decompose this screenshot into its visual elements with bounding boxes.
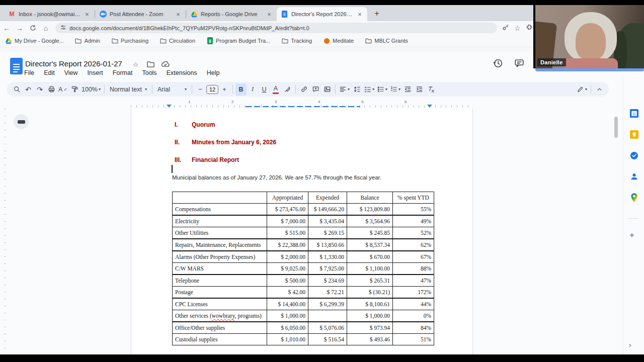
balance-cell[interactable]: $ (30.21) xyxy=(347,287,393,299)
new-tab-button[interactable]: + xyxy=(370,7,383,20)
expended-cell[interactable]: $ 7,925.00 xyxy=(308,263,347,275)
appropriated-cell[interactable]: $ 1,000.00 xyxy=(267,310,308,322)
expended-cell[interactable]: $ 3,435.04 xyxy=(308,215,347,227)
misspelled-word[interactable]: wowbrary xyxy=(212,313,235,319)
tab-close-icon[interactable]: × xyxy=(84,11,91,18)
balance-cell[interactable]: $ 3,564.96 xyxy=(347,215,393,227)
redo-button[interactable]: ↷ xyxy=(34,83,45,96)
bookmark-item[interactable]: Meditate xyxy=(323,37,354,44)
maps-icon[interactable] xyxy=(629,193,638,202)
add-comment-button[interactable] xyxy=(310,83,321,96)
document-page[interactable]: I. Quorum II. Minutes from January 6, 20… xyxy=(131,109,473,362)
balance-cell[interactable]: $ 1,100.00 xyxy=(347,263,393,275)
appropriated-cell[interactable]: $ 2,000.00 xyxy=(267,251,308,263)
expended-cell[interactable]: $ 269.15 xyxy=(308,227,347,239)
tasks-icon[interactable] xyxy=(629,151,638,160)
webcam-overlay[interactable]: Danielle xyxy=(533,5,644,68)
move-folder-icon[interactable] xyxy=(147,61,154,69)
document-title[interactable]: Director's Report 2026-01-27 xyxy=(25,59,122,68)
collapse-toolbar-button[interactable] xyxy=(594,83,605,96)
appropriated-cell[interactable]: $ 7,000.00 xyxy=(267,215,308,227)
table-row[interactable]: Telephone$ 500.00$ 234.69$ 265.3147% xyxy=(173,275,434,287)
checklist-button[interactable]: ▾ xyxy=(363,83,375,96)
line-spacing-button[interactable] xyxy=(351,83,362,96)
expended-cell[interactable]: $ 516.54 xyxy=(308,334,347,345)
line-item-label[interactable]: Compensations xyxy=(173,204,267,216)
bookmark-item[interactable]: Circulation xyxy=(159,37,195,44)
google-docs-logo[interactable] xyxy=(10,58,23,76)
increase-indent-button[interactable] xyxy=(414,83,425,96)
bullet-list-button[interactable]: ▾ xyxy=(376,83,388,96)
balance-cell[interactable]: $ 973.94 xyxy=(347,322,393,334)
line-item-label[interactable]: Repairs, Maintenance, Replacements xyxy=(173,239,267,251)
menu-insert[interactable]: Insert xyxy=(88,69,103,76)
table-row[interactable]: Other services (wowbrary, programs)$ 1,0… xyxy=(173,310,434,322)
table-row[interactable]: Postage$ 42.00$ 72.21$ (30.21)172% xyxy=(173,287,434,299)
menu-tools[interactable]: Tools xyxy=(142,69,156,76)
align-button[interactable]: ▾ xyxy=(338,83,351,96)
expended-cell[interactable]: $ 234.69 xyxy=(308,275,347,287)
expended-cell[interactable]: $ 5,076.06 xyxy=(308,322,347,334)
browser-tab[interactable]: Post Attendee - Zoom× xyxy=(95,7,186,21)
insert-link-button[interactable] xyxy=(298,83,309,96)
comments-icon[interactable] xyxy=(514,58,524,70)
url-text[interactable]: docs.google.com/document/d/1BGhekEIhPtc_… xyxy=(69,25,309,31)
keep-icon[interactable] xyxy=(629,130,638,139)
appropriated-cell[interactable]: $ 273,476.00 xyxy=(267,204,308,216)
appropriated-cell[interactable]: $ 515.00 xyxy=(267,227,308,239)
contacts-icon[interactable] xyxy=(629,172,638,181)
balance-cell[interactable]: $ 8,537.34 xyxy=(347,239,393,251)
line-item-label[interactable]: Other services (wowbrary, programs) xyxy=(173,310,267,322)
table-header-cell[interactable]: Balance xyxy=(347,192,393,204)
balance-cell[interactable]: $ 265.31 xyxy=(347,275,393,287)
menu-help[interactable]: Help xyxy=(207,69,220,76)
horizontal-ruler[interactable]: 123456 xyxy=(131,101,473,108)
back-icon[interactable]: ← xyxy=(0,23,13,34)
expended-cell[interactable]: $ 1,330.00 xyxy=(308,251,347,263)
underline-button[interactable]: U xyxy=(259,83,270,96)
tab-close-icon[interactable]: × xyxy=(266,11,273,18)
bookmark-item[interactable]: Purchasing xyxy=(111,37,148,44)
search-menus-icon[interactable] xyxy=(11,83,22,96)
hide-side-panel-icon[interactable]: › xyxy=(629,341,631,349)
editing-mode-button[interactable]: ▾ xyxy=(576,83,588,96)
appropriated-cell[interactable]: $ 6,050.00 xyxy=(267,322,308,334)
bookmark-item[interactable]: Admin xyxy=(75,37,100,44)
line-item-label[interactable]: Alarms (Other Property Expenses) xyxy=(173,251,267,263)
appropriated-cell[interactable]: $ 14,400.00 xyxy=(267,298,308,310)
decrease-indent-button[interactable] xyxy=(402,83,413,96)
menu-file[interactable]: File xyxy=(24,69,34,76)
get-addons-button[interactable]: + xyxy=(629,230,634,240)
expended-cell[interactable]: $ 6,299.39 xyxy=(308,298,347,310)
insert-image-button[interactable] xyxy=(321,83,333,96)
table-row[interactable]: Repairs, Maintenance, Replacements$ 22,3… xyxy=(173,239,434,251)
print-button[interactable] xyxy=(46,83,57,96)
expended-cell[interactable]: $ 13,850.66 xyxy=(308,239,347,251)
line-item-label[interactable]: Other Utilities xyxy=(173,227,267,239)
line-item-label[interactable]: Custodial supplies xyxy=(173,334,267,345)
table-row[interactable]: C/W MARS$ 9,025.00$ 7,925.00$ 1,100.0088… xyxy=(173,263,434,275)
bookmark-item[interactable]: My Drive - Google... xyxy=(5,37,64,44)
pct-spent-cell[interactable]: 51% xyxy=(393,334,434,345)
url-bar[interactable]: docs.google.com/document/d/1BGhekEIhPtc_… xyxy=(55,23,497,33)
scrollbar-thumb[interactable] xyxy=(614,117,618,138)
balance-cell[interactable]: $ 493.46 xyxy=(347,334,393,345)
zoom-select[interactable]: 100%▾ xyxy=(80,83,102,96)
appropriated-cell[interactable]: $ 42.00 xyxy=(267,287,308,299)
table-row[interactable]: Compensations$ 273,476.00$ 149,666.20$ 1… xyxy=(173,204,434,216)
balance-cell[interactable]: $ 1,000.00 xyxy=(347,310,393,322)
clear-formatting-button[interactable] xyxy=(425,83,436,96)
bookmark-item[interactable]: MBLC Grants xyxy=(365,37,408,44)
pct-spent-cell[interactable]: 0% xyxy=(393,310,434,322)
table-row[interactable]: CPC Licenses$ 14,400.00$ 6,299.39$ 8,100… xyxy=(173,298,434,310)
calendar-icon[interactable]: 31 xyxy=(629,109,638,118)
paint-format-button[interactable] xyxy=(69,83,80,96)
financial-table[interactable]: AppropriatedExpendedBalance% spent YTD C… xyxy=(172,192,434,345)
line-item-label[interactable]: CPC Licenses xyxy=(173,298,267,310)
menu-extensions[interactable]: Extensions xyxy=(167,69,197,76)
table-header-cell[interactable]: Expended xyxy=(308,192,347,204)
show-outline-button[interactable] xyxy=(14,114,29,129)
line-item-label[interactable]: C/W MARS xyxy=(173,263,267,275)
appropriated-cell[interactable]: $ 9,025.00 xyxy=(267,263,308,275)
line-item-label[interactable]: Telephone xyxy=(173,275,267,287)
